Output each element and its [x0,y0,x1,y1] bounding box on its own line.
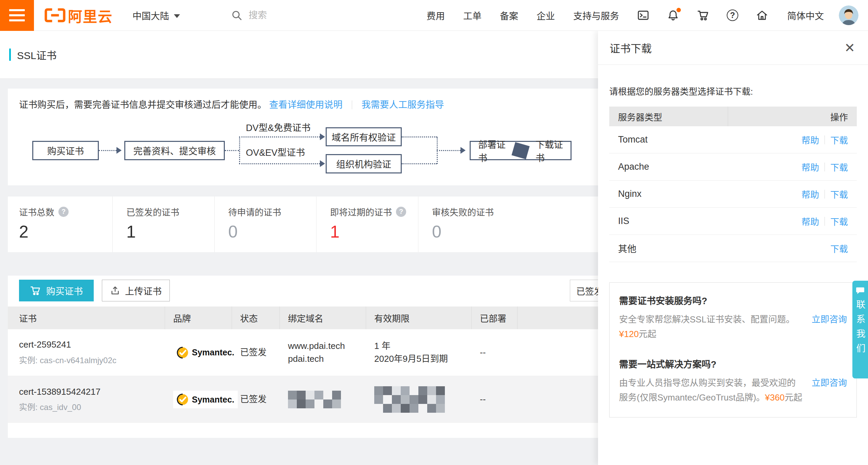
stat-value: 0 [228,223,316,240]
deployed-cell: -- [472,329,518,376]
contact-us-label: 联系我们 [854,300,867,358]
stat-label: 审核失败的证书 [432,205,494,218]
flow-label-ovev: OV&EV型证书 [246,145,305,159]
contact-us-tab[interactable]: 联系我们 [852,281,868,378]
close-icon[interactable]: ✕ [844,41,855,54]
manual-service-link[interactable]: 我需要人工服务指导 [362,100,444,110]
hamburger-menu-button[interactable] [0,0,34,31]
brand-chip: Symantec. [173,343,238,361]
region-selector[interactable]: 中国大陆 [132,9,180,22]
server-name: IIS [618,216,629,226]
aliyun-logo-icon [44,8,66,23]
caret-down-icon [174,14,180,18]
promo-text: 由专业人员指导您从购买到安装，最受欢迎的服务(仅限Symantec/GeoTru… [619,376,803,405]
help-link[interactable]: 帮助 [801,161,819,173]
cert-id: cert-1538915424217 [19,386,165,398]
server-table-header: 服务器类型 操作 [609,107,857,126]
stat-label: 证书总数 [19,205,54,218]
brand-name: Symantec. [192,346,234,358]
flow-connector [437,150,460,151]
brand-chip: Symantec. [173,391,238,408]
flow-branch-line [239,137,240,164]
domains-cell-redacted [280,376,366,423]
help-link[interactable]: 帮助 [801,215,819,227]
nav-item-support[interactable]: 支持与服务 [573,9,619,22]
validity-cell: 1 年 2020年9月5日到期 [366,329,472,376]
topnav-search[interactable] [231,10,350,21]
stat-value: 1 [330,223,418,240]
flow-connector [402,136,437,137]
panel-header: 证书下载 ✕ [598,31,868,65]
promo-text: 安全专家帮您解决SSL证书安装、配置问题。¥120元起 [619,312,803,341]
usage-doc-link[interactable]: 查看详细使用说明 [269,100,343,110]
help-badge-icon[interactable]: ? [396,207,406,217]
col-server-type: 服务器类型 [609,107,728,126]
help-icon[interactable]: ? [727,10,738,21]
promo-price: ¥120 [619,329,639,339]
symantec-logo-icon [177,393,189,406]
consult-now-link[interactable]: 立即咨询 [812,312,847,327]
upload-certificate-button[interactable]: 上传证书 [102,280,170,301]
nav-item-tickets[interactable]: 工单 [463,9,482,22]
panel-body: 请根据您的服务器类型选择证书下载: 服务器类型 操作 Tomcat 帮助 下载 … [598,85,868,417]
cert-instance: 实例: cas-cn-v641almjy02c [19,355,165,367]
flow-label-dv: DV型&免费证书 [246,120,311,134]
search-icon [231,10,242,21]
notifications-bell-icon[interactable] [667,9,679,21]
brand-cell: Symantec. [165,376,232,423]
title-accent-bar [9,49,11,61]
download-link[interactable]: 下载 [830,242,848,255]
nav-item-icp[interactable]: 备案 [500,9,518,22]
buy-certificate-button[interactable]: 购买证书 [19,280,94,301]
nav-item-enterprise[interactable]: 企业 [537,9,555,22]
console-terminal-icon[interactable] [637,9,649,21]
download-link[interactable]: 下载 [830,188,848,200]
download-link[interactable]: 下载 [830,215,848,227]
cert-instance: 实例: cas_idv_00 [19,402,165,413]
region-label: 中国大陆 [132,9,169,22]
server-name: 其他 [618,242,636,255]
validity-duration: 1 年 [374,340,472,353]
page-title: SSL证书 [17,47,57,62]
user-avatar[interactable] [839,5,858,25]
topnav-search-input[interactable] [249,10,350,21]
col-operation: 操作 [728,107,857,126]
flow-connector [239,136,320,137]
flow-connector [402,163,437,164]
server-row-other: 其他 下载 [609,235,857,262]
panel-title: 证书下载 [610,40,652,55]
nav-item-billing[interactable]: 费用 [427,9,445,22]
notice-text: 证书购买后，需要完善证书信息并提交审核通过后才能使用。 [19,100,267,110]
flow-final-deploy: 部署证书 [471,137,513,164]
stat-value: 1 [126,223,214,240]
redacted-domain [288,391,341,408]
help-link[interactable]: 帮助 [801,133,819,146]
flow-arrowhead [116,147,122,154]
download-link[interactable]: 下载 [830,133,848,146]
certificate-download-panel: 证书下载 ✕ 请根据您的服务器类型选择证书下载: 服务器类型 操作 Tomcat… [598,31,868,465]
help-badge-icon[interactable]: ? [58,207,69,217]
flow-connector [99,150,116,151]
link-divider [825,217,825,226]
col-certificate: 证书 [8,306,165,329]
language-selector[interactable]: 简体中文 [787,9,824,22]
panel-subtitle: 请根据您的服务器类型选择证书下载: [609,85,857,97]
cart-icon[interactable] [697,9,709,21]
promo-install-service: 需要证书安装服务吗? 安全专家帮您解决SSL证书安装、配置问题。¥120元起 立… [619,294,847,341]
server-row-tomcat: Tomcat 帮助 下载 [609,126,857,153]
flow-connector [225,150,239,151]
brand-name: Symantec. [192,393,234,406]
home-icon[interactable] [756,9,768,21]
stat-value: 2 [19,223,112,240]
link-divider [825,135,825,144]
help-link[interactable]: 帮助 [801,188,819,200]
server-row-nginx: Nginx 帮助 下载 [609,181,857,208]
service-promo-box: 需要证书安装服务吗? 安全专家帮您解决SSL证书安装、配置问题。¥120元起 立… [609,282,857,417]
chat-icon [855,285,865,296]
status-cell: 已签发 [232,376,280,423]
download-link[interactable]: 下载 [830,161,848,173]
aliyun-logo[interactable]: 阿里云 [44,5,113,26]
consult-now-link[interactable]: 立即咨询 [812,376,847,390]
server-row-iis: IIS 帮助 下载 [609,208,857,235]
upload-icon [110,285,120,296]
